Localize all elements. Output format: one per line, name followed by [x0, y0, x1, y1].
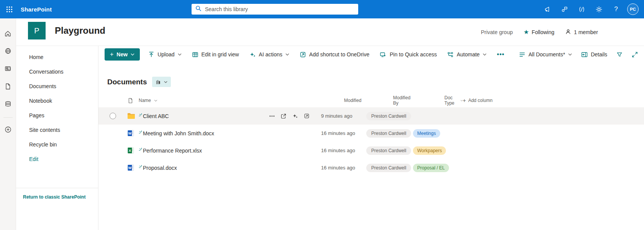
word-file-icon: W	[122, 130, 139, 137]
filter-icon[interactable]	[616, 51, 623, 58]
search-box[interactable]	[192, 4, 358, 15]
file-name[interactable]: Proposal.docx	[139, 165, 269, 171]
new-item-icon	[139, 129, 142, 135]
svg-text:X: X	[129, 149, 131, 153]
modified-by-pill[interactable]: Preston Cardwell	[366, 129, 411, 138]
modified-cell: 9 minutes ago	[321, 113, 366, 119]
sidebar-item-recycle-bin[interactable]: Recycle bin	[16, 137, 98, 152]
site-header: P Playground Private group ★ Following 1…	[16, 18, 644, 46]
modified-cell: 16 minutes ago	[321, 165, 366, 171]
person-icon	[565, 29, 571, 36]
sidebar-item-documents[interactable]: Documents	[16, 79, 98, 94]
file-name[interactable]: Client ABC	[139, 113, 269, 119]
chevron-down-icon	[285, 53, 289, 56]
new-button[interactable]: + New	[105, 48, 140, 61]
add-shortcut-onedrive-button[interactable]: Add shortcut to OneDrive	[300, 51, 369, 58]
sidebar-item-conversations[interactable]: Conversations	[16, 64, 98, 79]
add-column-button[interactable]: + Add column	[463, 98, 598, 103]
file-name[interactable]: Meeting with John Smith.docx	[139, 130, 269, 136]
view-selector-button[interactable]: All Documents*	[519, 51, 572, 58]
developer-icon[interactable]	[575, 3, 588, 15]
sidebar-item-home[interactable]: Home	[16, 50, 98, 64]
upload-button[interactable]: Upload	[148, 51, 181, 58]
modified-by-pill[interactable]: Preston Cardwell	[366, 112, 411, 120]
more-commands-button[interactable]: •••	[497, 51, 505, 58]
table-row[interactable]: W Meeting with John Smith.docx 16 minute…	[98, 125, 644, 142]
library-title: Documents	[107, 78, 147, 86]
chevron-down-icon	[164, 81, 167, 83]
doc-type-badge[interactable]: Workpapers	[413, 146, 446, 155]
sidebar-edit-link[interactable]: Edit	[16, 152, 98, 166]
folder-icon	[122, 113, 139, 119]
table-row[interactable]: Client ABC	[98, 107, 644, 125]
open-in-new-icon[interactable]	[303, 113, 310, 119]
sidebar-item-pages[interactable]: Pages	[16, 108, 98, 123]
rail-globe-icon[interactable]	[2, 44, 15, 58]
site-logo[interactable]: P	[28, 22, 46, 39]
ai-actions-icon[interactable]	[292, 113, 298, 119]
automate-icon	[447, 51, 454, 58]
chevron-down-icon	[178, 53, 182, 56]
table-row[interactable]: X Performance Report.xlsx 16 minutes ago…	[98, 142, 644, 159]
rail-document-icon[interactable]	[2, 80, 15, 93]
sparkle-icon	[249, 51, 256, 58]
chevron-down-icon	[483, 53, 487, 56]
modified-cell: 16 minutes ago	[321, 148, 366, 153]
edit-grid-view-button[interactable]: Edit in grid view	[192, 51, 239, 58]
modified-by-pill[interactable]: Preston Cardwell	[366, 146, 411, 155]
ai-actions-button[interactable]: AI actions	[249, 51, 289, 58]
pin-icon	[380, 51, 387, 58]
details-pane-icon	[581, 52, 588, 58]
file-type-column-icon[interactable]	[122, 98, 139, 104]
help-icon[interactable]: ?	[610, 3, 622, 15]
rail-divider	[3, 117, 13, 118]
app-launcher-icon[interactable]	[0, 0, 18, 18]
more-actions-icon[interactable]	[269, 113, 275, 119]
command-bar: + New Upload Edit in grid view AI action…	[98, 46, 644, 63]
search-icon	[195, 5, 202, 13]
privacy-label: Private group	[481, 29, 513, 35]
chevron-down-icon	[154, 100, 157, 102]
doc-type-badge[interactable]: Proposal / EL	[413, 164, 449, 172]
doc-type-badge[interactable]: Meetings	[413, 129, 440, 138]
account-avatar[interactable]: PC	[627, 3, 639, 15]
file-name[interactable]: Performance Report.xlsx	[139, 148, 269, 154]
row-select-radio[interactable]	[110, 113, 116, 119]
rail-lists-icon[interactable]	[2, 97, 15, 110]
site-title[interactable]: Playground	[55, 25, 105, 36]
megaphone-icon[interactable]	[541, 3, 553, 15]
expand-icon[interactable]	[632, 51, 638, 58]
chevron-down-icon	[131, 53, 134, 56]
modified-by-pill[interactable]: Preston Cardwell	[366, 164, 411, 172]
column-header-name[interactable]: Name	[139, 98, 269, 103]
suite-bar: SharePoint	[0, 0, 644, 18]
settings-icon[interactable]	[593, 3, 605, 15]
column-header-modified-by[interactable]: Modified By	[366, 95, 413, 106]
following-button[interactable]: ★ Following	[523, 29, 554, 35]
app-name[interactable]: SharePoint	[21, 6, 52, 13]
rail-create-icon[interactable]	[2, 123, 15, 136]
share-icon[interactable]	[280, 113, 287, 119]
return-to-classic-link[interactable]: Return to classic SharePoint	[23, 194, 85, 200]
search-input[interactable]	[205, 6, 354, 12]
sidebar-item-notebook[interactable]: Notebook	[16, 94, 98, 108]
rail-home-icon[interactable]	[2, 27, 15, 40]
table-row[interactable]: W Proposal.docx 16 minutes ago Preston C…	[98, 159, 644, 176]
column-header-modified[interactable]: Modified	[321, 98, 366, 103]
new-item-icon	[139, 146, 142, 152]
details-button[interactable]: Details	[581, 51, 607, 58]
column-header-doc-type[interactable]: Doc Type	[413, 95, 463, 106]
visualize-chip-button[interactable]	[152, 77, 171, 87]
community-icon[interactable]	[558, 3, 570, 15]
plus-icon: +	[110, 51, 113, 58]
side-nav: Home Conversations Documents Notebook Pa…	[16, 46, 98, 230]
svg-text:W: W	[128, 166, 132, 170]
grid-icon	[192, 51, 198, 58]
members-button[interactable]: 1 member	[565, 29, 598, 36]
sidebar-item-site-contents[interactable]: Site contents	[16, 123, 98, 137]
new-item-icon	[139, 163, 142, 169]
new-item-icon	[139, 112, 142, 118]
automate-button[interactable]: Automate	[447, 51, 487, 58]
pin-quick-access-button[interactable]: Pin to Quick access	[380, 51, 437, 58]
rail-news-icon[interactable]	[2, 62, 15, 75]
